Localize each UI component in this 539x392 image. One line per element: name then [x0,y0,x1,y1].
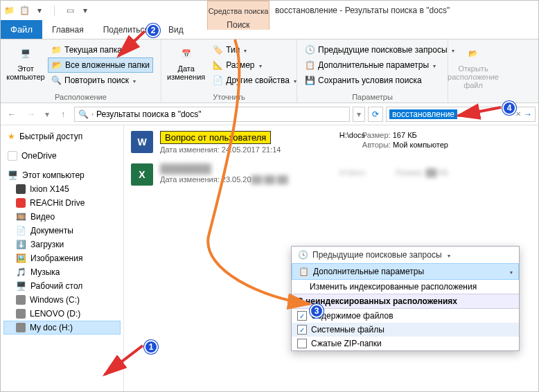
annotation-badge-3: 3 [310,304,324,318]
phone-icon [16,184,26,194]
sidebar-this-pc[interactable]: 🖥️ Этот компьютер [3,168,121,182]
repeat-search-label: Повторить поиск [64,75,129,85]
refresh-button[interactable]: ⟳ [368,107,383,122]
type-label: Тип [226,45,240,55]
size-label: Размер: [362,131,391,139]
search-tools-context-tab: Средства поиска [207,1,270,20]
popup-recent-label: Предыдущие поисковые запросы [312,250,442,260]
save-search-button[interactable]: 💾 Сохранить условия поиска [301,73,457,88]
all-subfolders-button[interactable]: 📂 Все вложенные папки [48,57,153,73]
current-folder-button[interactable]: 📁 Текущая папка [48,42,153,57]
group-label-location: Расположение [5,91,157,101]
sidebar-quick-access-label: Быстрый доступ [19,132,82,141]
overflow-icon[interactable]: ▾ [80,5,91,16]
tab-home[interactable]: Главная [42,20,94,39]
all-subfolders-label: Все вложенные папки [65,60,150,70]
group-label-refine: Уточнить [166,91,292,101]
ribbon-group-open: 📂 Открыть расположение файл [448,39,538,103]
sidebar-item-downloads[interactable]: ⬇️ Загрузки [3,238,121,251]
result-path: H:\docs [339,131,365,139]
up-button[interactable]: ↑ [55,106,71,123]
sidebar-item-music[interactable]: 🎵 Музыка [3,265,121,279]
checkbox-checked-icon[interactable]: ✓ [297,325,307,335]
result-path-blurred: H:\docs [339,168,365,177]
history-dropdown[interactable]: ▾ [42,106,52,123]
sidebar-item-reachit[interactable]: REACHit Drive [3,196,121,210]
pin-icon[interactable]: 📋 [19,5,30,16]
popup-recent-searches[interactable]: 🕓 Предыдущие поисковые запросы [292,247,519,263]
document-icon: 📄 [16,226,26,235]
checkbox-unchecked-icon[interactable] [297,339,307,348]
calendar-icon: 📅 [177,44,196,63]
date-label: Дата изменения: [160,175,220,184]
popup-opt-contents[interactable]: ✓ Содержимое файлов [292,309,519,323]
sidebar-item-ixion[interactable]: Ixion X145 [3,182,121,196]
sidebar-item-documents[interactable]: 📄 Документы [3,224,121,238]
size-blurred: Размер: ██ КБ [396,168,448,177]
chevron-down-icon [509,267,513,276]
search-result[interactable]: W Вопрос от пользователя Дата изменения:… [131,131,531,154]
sidebar-onedrive-label: OneDrive [21,151,57,161]
sidebar-item-pictures[interactable]: 🖼️ Изображения [3,251,121,265]
popup-change-indexed[interactable]: Изменить индексированные расположения [292,280,519,294]
nav-row: ← → ▾ ↑ 🔍 › Результаты поиска в "docs" ▾… [1,103,538,125]
excel-document-icon: X [131,163,153,186]
search-result[interactable]: X ████████ Дата изменения: 23.05.20██ ██… [131,163,531,186]
tool-icon[interactable]: ▭ [64,5,76,16]
chevron-down-icon [446,250,450,260]
annotation-badge-4: 4 [502,101,516,115]
date-value: 24.05.2017 21:14 [222,145,281,154]
date-label: Дата изменения: [160,145,220,154]
other-props-button[interactable]: 📄 Другие свойства [209,73,299,88]
tab-file[interactable]: Файл [1,20,42,39]
advanced-params-button[interactable]: 📋 Дополнительные параметры [301,57,457,73]
properties-icon: 📄 [212,75,223,86]
chevron-down-icon [292,75,297,85]
pictures-icon: 🖼️ [16,253,26,263]
recent-searches-button[interactable]: 🕓 Предыдущие поисковые запросы [301,42,457,57]
music-icon: 🎵 [16,267,26,277]
search-query: восстановление [389,109,457,119]
back-button[interactable]: ← [3,106,20,123]
disk-icon [16,323,26,332]
sidebar-item-desktop[interactable]: 🖥️ Рабочий стол [3,279,121,293]
tab-search[interactable]: Поиск [207,20,270,30]
tab-view[interactable]: Вид [159,20,193,39]
checkbox-checked-icon[interactable]: ✓ [297,311,307,321]
ribbon-group-refine: 📅 Дата изменения 🏷️ Тип 📐 Размер 📄 Други… [161,39,297,103]
popup-opt-system[interactable]: ✓ Системные файлы [292,323,519,337]
save-icon: 💾 [304,75,315,86]
search-go-icon[interactable]: → [524,109,532,119]
disk-icon [16,295,26,305]
sidebar-onedrive[interactable]: OneDrive [3,149,121,163]
desktop-icon: 🖥️ [16,281,26,291]
size-value: 167 КБ [393,131,417,139]
type-button[interactable]: 🏷️ Тип [209,42,299,57]
date-modified-button[interactable]: 📅 Дата изменения [166,42,206,91]
navigation-pane: ★ Быстрый доступ OneDrive 🖥️ Этот компью… [1,125,124,391]
this-pc-button[interactable]: 🖥️ Этот компьютер [5,42,46,91]
video-icon: 🎞️ [16,212,26,222]
sidebar-item-drive-c[interactable]: Windows (C:) [3,293,121,307]
popup-advanced-row[interactable]: 📋 Дополнительные параметры [292,263,519,280]
sidebar-item-label: My doc (H:) [30,323,73,332]
result-date: Дата изменения: 24.05.2017 21:14 [160,145,531,154]
addr-dropdown[interactable]: ▾ [353,107,365,122]
breadcrumb-sep-icon: › [91,111,94,118]
sidebar-item-drive-d[interactable]: LENOVO (D:) [3,307,121,321]
sidebar-item-drive-h[interactable]: My doc (H:) [3,321,121,335]
popup-opt-zip[interactable]: Сжатые ZIP-папки [292,337,519,350]
size-button[interactable]: 📐 Размер [209,57,299,73]
annotation-badge-2: 2 [146,24,160,37]
search-icon: 🔍 [78,109,89,120]
sidebar-item-label: Загрузки [30,240,64,249]
address-bar[interactable]: 🔍 › Результаты поиска в "docs" [74,107,350,122]
star-icon: ★ [8,132,15,141]
forward-button[interactable]: → [23,106,39,123]
qat-dropdown-icon[interactable]: ▾ [34,5,45,16]
date-modified-label: Дата изменения [167,64,205,81]
sidebar-quick-access[interactable]: ★ Быстрый доступ [3,130,121,143]
recent-searches-label: Предыдущие поисковые запросы [318,45,448,55]
repeat-search-button[interactable]: 🔍 Повторить поиск [48,73,153,88]
sidebar-item-videos[interactable]: 🎞️ Видео [3,210,121,224]
